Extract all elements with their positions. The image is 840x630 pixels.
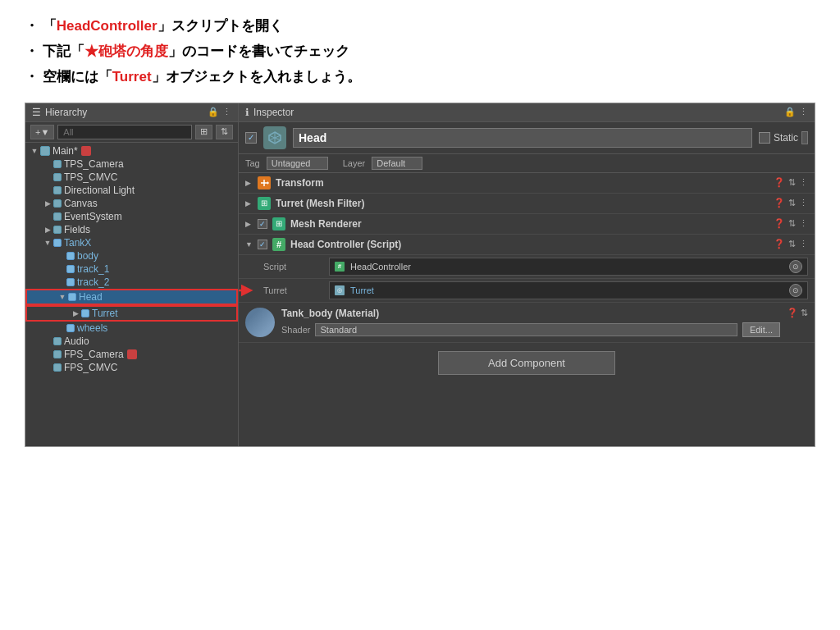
hierarchy-item-fps-camera[interactable]: FPS_Camera bbox=[25, 348, 238, 361]
hierarchy-item-turret[interactable]: Turret bbox=[25, 305, 238, 322]
turret-prop-value[interactable]: ◎ Turret ⊙ bbox=[329, 281, 808, 299]
script-value-text: HeadController bbox=[350, 262, 411, 272]
mesh-filter-more[interactable]: ⋮ bbox=[799, 198, 808, 208]
hierarchy-search-input[interactable] bbox=[57, 125, 192, 139]
mesh-renderer-help[interactable]: ❓ bbox=[774, 218, 785, 229]
unity-editor: ☰ Hierarchy 🔒 ⋮ +▼ ⊞ ⇅ Main* bbox=[25, 103, 815, 447]
filter-button[interactable]: ⊞ bbox=[195, 125, 212, 139]
hierarchy-item-main[interactable]: Main* bbox=[25, 144, 238, 158]
script-enabled[interactable]: ✓ bbox=[258, 240, 267, 249]
turret-select-btn[interactable]: ⊙ bbox=[789, 284, 802, 297]
static-label: Static bbox=[774, 132, 798, 144]
more-icon[interactable]: ⋮ bbox=[222, 107, 231, 117]
hierarchy-item-tps-cmvc[interactable]: TPS_CMVC bbox=[25, 171, 238, 184]
fps-cmvc-icon bbox=[53, 363, 62, 372]
transform-arrow: ▶ bbox=[245, 179, 255, 187]
script-prop-script: Script # HeadController ⊙ bbox=[239, 255, 815, 279]
script-select-btn[interactable]: ⊙ bbox=[789, 260, 802, 273]
track2-label: track_2 bbox=[77, 276, 109, 288]
track1-icon bbox=[66, 265, 75, 273]
tag-dropdown[interactable]: Untagged bbox=[267, 157, 328, 170]
inspector-more-icon[interactable]: ⋮ bbox=[799, 107, 808, 117]
material-actions: ❓ ⇅ bbox=[787, 308, 808, 318]
sort-button[interactable]: ⇅ bbox=[216, 125, 233, 139]
static-checkbox[interactable] bbox=[759, 132, 770, 144]
mesh-renderer-more[interactable]: ⋮ bbox=[799, 218, 808, 229]
add-button[interactable]: +▼ bbox=[30, 125, 54, 139]
mesh-renderer-enabled[interactable]: ✓ bbox=[258, 219, 267, 229]
mesh-filter-pin[interactable]: ⇅ bbox=[788, 198, 796, 208]
hierarchy-item-tps-camera[interactable]: TPS_Camera bbox=[25, 158, 238, 171]
transform-pin[interactable]: ⇅ bbox=[788, 177, 796, 188]
edit-material-button[interactable]: Edit... bbox=[742, 322, 780, 337]
instruction-line-1: 「HeadController」スクリプトを開く bbox=[25, 15, 815, 39]
add-component-section: Add Component bbox=[239, 343, 815, 383]
transform-more[interactable]: ⋮ bbox=[799, 177, 808, 188]
tankx-label: TankX bbox=[64, 237, 91, 249]
mesh-renderer-actions: ❓ ⇅ ⋮ bbox=[774, 218, 808, 229]
transform-help[interactable]: ❓ bbox=[774, 177, 785, 188]
script-label: Head Controller (Script) bbox=[290, 239, 774, 250]
hierarchy-item-track2[interactable]: track_2 bbox=[25, 276, 238, 289]
static-dropdown[interactable] bbox=[801, 131, 808, 144]
hierarchy-title-area: ☰ Hierarchy bbox=[32, 107, 87, 118]
lock-icon[interactable]: 🔒 bbox=[208, 107, 219, 117]
object-enabled-checkbox[interactable]: ✓ bbox=[245, 132, 257, 144]
hierarchy-item-body[interactable]: body bbox=[25, 249, 238, 262]
hierarchy-item-directional-light[interactable]: Directional Light bbox=[25, 184, 238, 197]
object-name-input[interactable] bbox=[293, 128, 752, 148]
mesh-filter-help[interactable]: ❓ bbox=[774, 198, 785, 208]
component-transform[interactable]: ▶ Transform ❓ ⇅ ⋮ bbox=[239, 173, 815, 194]
highlight-headcontroller: HeadController bbox=[57, 18, 158, 34]
script-more[interactable]: ⋮ bbox=[799, 239, 808, 249]
inspector-header: ℹ Inspector 🔒 ⋮ bbox=[239, 103, 815, 122]
material-name: Tank_body (Material) bbox=[281, 308, 780, 319]
highlight-turret-angle: ★砲塔の角度 bbox=[84, 43, 168, 59]
turret-label: Turret bbox=[92, 308, 118, 319]
layer-dropdown[interactable]: Default bbox=[372, 157, 422, 170]
wheels-label: wheels bbox=[77, 322, 107, 334]
track2-icon bbox=[66, 278, 75, 286]
component-head-controller[interactable]: ▼ ✓ # Head Controller (Script) ❓ ⇅ ⋮ bbox=[239, 235, 815, 255]
inspector-lock-icon[interactable]: 🔒 bbox=[784, 107, 796, 117]
script-pin[interactable]: ⇅ bbox=[788, 239, 796, 249]
mesh-filter-icon: ⊞ bbox=[258, 197, 271, 210]
material-info: Tank_body (Material) Shader Standard Edi… bbox=[281, 308, 780, 337]
inspector-object-row: ✓ Static bbox=[239, 122, 815, 154]
tps-camera-icon bbox=[53, 160, 62, 168]
hierarchy-item-track1[interactable]: track_1 bbox=[25, 262, 238, 276]
inspector-title-area: ℹ Inspector bbox=[245, 107, 294, 118]
tag-layer-row: Tag Untagged Layer Default bbox=[239, 154, 815, 173]
add-component-button[interactable]: Add Component bbox=[438, 351, 615, 375]
hierarchy-item-head[interactable]: Head bbox=[25, 289, 238, 305]
main-label: Main* bbox=[52, 145, 78, 157]
material-thumbnail[interactable] bbox=[245, 308, 275, 337]
hierarchy-item-wheels[interactable]: wheels bbox=[25, 322, 238, 335]
error-badge-fps bbox=[127, 349, 137, 359]
material-help[interactable]: ❓ bbox=[787, 308, 798, 318]
static-area: Static bbox=[759, 131, 808, 144]
fps-camera-label: FPS_Camera bbox=[64, 349, 124, 360]
tag-label: Tag bbox=[245, 158, 260, 168]
script-help[interactable]: ❓ bbox=[774, 239, 785, 249]
hierarchy-item-eventsystem[interactable]: EventSystem bbox=[25, 210, 238, 223]
svg-marker-6 bbox=[267, 181, 269, 185]
component-mesh-filter[interactable]: ▶ ⊞ Turret (Mesh Filter) ❓ ⇅ ⋮ bbox=[239, 194, 815, 214]
hierarchy-item-fields[interactable]: Fields bbox=[25, 223, 238, 236]
canvas-label: Canvas bbox=[64, 198, 98, 209]
script-prop-value[interactable]: # HeadController ⊙ bbox=[329, 258, 808, 276]
hierarchy-item-tankx[interactable]: TankX bbox=[25, 236, 238, 249]
transform-label: Transform bbox=[276, 177, 774, 189]
fps-camera-icon bbox=[53, 350, 62, 358]
red-arrow-svg bbox=[239, 281, 255, 300]
hierarchy-item-canvas[interactable]: Canvas bbox=[25, 197, 238, 210]
mesh-filter-arrow: ▶ bbox=[245, 199, 255, 208]
wheels-icon bbox=[66, 324, 75, 332]
component-mesh-renderer[interactable]: ▶ ✓ ⊞ Mesh Renderer ❓ ⇅ ⋮ bbox=[239, 214, 815, 235]
mesh-renderer-pin[interactable]: ⇅ bbox=[788, 218, 796, 229]
hierarchy-item-fps-cmvc[interactable]: FPS_CMVC bbox=[25, 361, 238, 374]
turret-value-text: Turret bbox=[350, 285, 374, 295]
material-pin[interactable]: ⇅ bbox=[801, 308, 808, 318]
hierarchy-item-audio[interactable]: Audio bbox=[25, 335, 238, 348]
shader-dropdown[interactable]: Standard bbox=[315, 323, 737, 336]
